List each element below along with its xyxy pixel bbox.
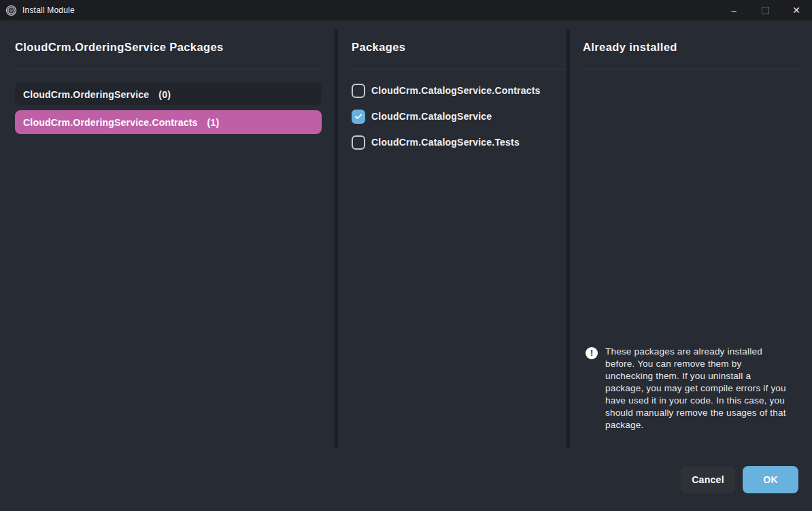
project-item-ordering-service-contracts[interactable]: CloudCrm.OrderingService.Contracts (1) <box>15 110 322 134</box>
package-label: CloudCrm.CatalogService.Tests <box>371 137 520 148</box>
packages-panel: Packages CloudCrm.CatalogService.Contrac… <box>352 41 564 69</box>
titlebar: Install Module – ✕ <box>0 0 812 20</box>
window-title: Install Module <box>22 5 75 15</box>
minimize-button[interactable]: – <box>718 0 749 20</box>
column-divider-left <box>335 29 338 448</box>
uninstall-warning-note: ! These packages are already installed b… <box>586 346 788 431</box>
panel-divider <box>352 69 564 69</box>
project-item-label: CloudCrm.OrderingService <box>23 89 149 100</box>
uninstall-warning-text: These packages are already installed bef… <box>605 346 788 431</box>
panel-divider <box>583 69 800 69</box>
panel-divider <box>15 69 322 69</box>
already-installed-panel: Already installed ! These packages are a… <box>583 41 800 69</box>
package-label: CloudCrm.CatalogService <box>371 111 492 122</box>
project-item-label: CloudCrm.OrderingService.Contracts <box>23 117 198 128</box>
check-icon <box>354 112 363 121</box>
project-item-ordering-service[interactable]: CloudCrm.OrderingService (0) <box>15 83 322 105</box>
project-item-count: (1) <box>207 117 220 128</box>
checkbox[interactable] <box>352 110 365 124</box>
package-row-catalog-service-contracts[interactable]: CloudCrm.CatalogService.Contracts <box>352 83 541 98</box>
maximize-button[interactable] <box>749 0 781 20</box>
info-icon: ! <box>586 347 598 359</box>
checkbox[interactable] <box>352 135 365 150</box>
column-divider-right <box>566 29 570 448</box>
already-installed-panel-title: Already installed <box>583 41 800 69</box>
ok-button[interactable]: OK <box>743 466 798 493</box>
package-row-catalog-service[interactable]: CloudCrm.CatalogService <box>352 109 492 124</box>
app-logo-icon <box>5 5 17 16</box>
maximize-icon <box>762 7 769 14</box>
package-row-catalog-service-tests[interactable]: CloudCrm.CatalogService.Tests <box>352 135 520 150</box>
ordering-service-panel-title: CloudCrm.OrderingService Packages <box>15 41 322 69</box>
packages-panel-title: Packages <box>352 41 564 69</box>
ordering-service-panel: CloudCrm.OrderingService Packages CloudC… <box>15 41 322 69</box>
project-item-count: (0) <box>158 89 171 100</box>
cancel-button[interactable]: Cancel <box>681 466 735 493</box>
close-button[interactable]: ✕ <box>781 0 812 20</box>
checkbox[interactable] <box>352 84 365 98</box>
package-label: CloudCrm.CatalogService.Contracts <box>371 85 541 96</box>
